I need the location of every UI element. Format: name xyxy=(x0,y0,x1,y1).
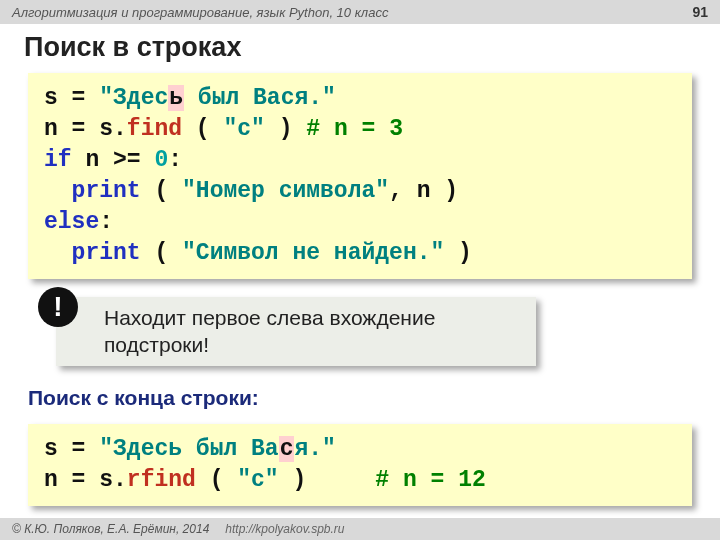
header-strip: Алгоритмизация и программирование, язык … xyxy=(0,0,720,24)
code-line: n = s.find ( "с" ) # n = 3 xyxy=(44,114,676,145)
code-block-find: s = "Здесь был Вася." n = s.find ( "с" )… xyxy=(28,73,692,279)
code-token: "Номер символа" xyxy=(182,178,389,204)
code-line: print ( "Символ не найден." ) xyxy=(44,238,676,269)
code-line: s = "Здесь был Вася." xyxy=(44,434,676,465)
callout: ! Находит первое слева вхождение подстро… xyxy=(56,297,692,366)
code-block-rfind: s = "Здесь был Вася." n = s.rfind ( "с" … xyxy=(28,424,692,506)
code-token: ь xyxy=(168,85,184,111)
code-token: else xyxy=(44,209,99,235)
code-token: : xyxy=(99,209,113,235)
code-token: print xyxy=(72,178,141,204)
code-token: ( xyxy=(196,467,237,493)
slide-title: Поиск в строках xyxy=(0,24,720,73)
code-line: s = "Здесь был Вася." xyxy=(44,83,676,114)
code-line: else: xyxy=(44,207,676,238)
code-token: 0 xyxy=(154,147,168,173)
code-token: n = s. xyxy=(44,116,127,142)
code-token: "Здесь был Ва xyxy=(99,436,278,462)
code-token: был Вася." xyxy=(184,85,336,111)
code-token: rfind xyxy=(127,467,196,493)
code-token xyxy=(44,240,72,266)
copyright: © К.Ю. Поляков, Е.А. Ерёмин, 2014 xyxy=(12,522,209,536)
code-token: n >= xyxy=(72,147,155,173)
footer-strip: © К.Ю. Поляков, Е.А. Ерёмин, 2014 http:/… xyxy=(0,518,720,540)
code-token: ) xyxy=(444,240,472,266)
code-token: ( xyxy=(141,178,182,204)
exclamation-icon: ! xyxy=(38,287,78,327)
code-token: find xyxy=(127,116,182,142)
code-token: print xyxy=(72,240,141,266)
subheading: Поиск с конца строки: xyxy=(0,380,720,416)
footer-url: http://kpolyakov.spb.ru xyxy=(225,522,344,536)
code-token: "Символ не найден." xyxy=(182,240,444,266)
page-number: 91 xyxy=(692,4,708,20)
code-line: n = s.rfind ( "с" ) # n = 12 xyxy=(44,465,676,496)
code-token: ( xyxy=(141,240,182,266)
course-label: Алгоритмизация и программирование, язык … xyxy=(12,5,388,20)
code-line: if n >= 0: xyxy=(44,145,676,176)
code-comment: # n = 12 xyxy=(375,467,485,493)
code-token: "с" xyxy=(237,467,278,493)
callout-text: Находит первое слева вхождение подстроки… xyxy=(56,297,536,366)
code-token: "с" xyxy=(223,116,264,142)
code-line: print ( "Номер символа", n ) xyxy=(44,176,676,207)
code-token: ) xyxy=(265,116,306,142)
code-token: n = s. xyxy=(44,467,127,493)
code-token: : xyxy=(168,147,182,173)
code-token: ) xyxy=(279,467,376,493)
code-token: if xyxy=(44,147,72,173)
code-token xyxy=(44,178,72,204)
code-comment: # n = 3 xyxy=(306,116,403,142)
code-token: я." xyxy=(294,436,335,462)
code-token: s = xyxy=(44,85,99,111)
code-token: с xyxy=(279,436,295,462)
code-token: "Здес xyxy=(99,85,168,111)
code-token: s = xyxy=(44,436,99,462)
code-token: ( xyxy=(182,116,223,142)
code-token: , n ) xyxy=(389,178,458,204)
